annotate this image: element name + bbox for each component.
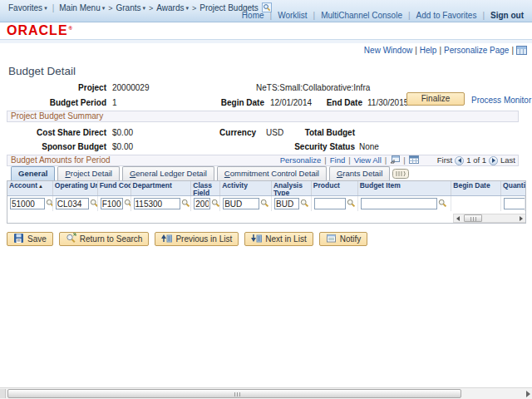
grid-data-row	[7, 196, 525, 211]
page-scroll-thumb[interactable]	[7, 389, 461, 398]
next-in-list-label: Next in List	[265, 234, 306, 244]
product-lookup-icon[interactable]	[347, 199, 356, 209]
column-header-class-field[interactable]: Class Field	[191, 181, 220, 195]
column-header-department[interactable]: Department	[131, 181, 192, 195]
department-input[interactable]	[134, 198, 180, 209]
grid-scroll-left-icon[interactable]	[454, 214, 462, 222]
return-to-search-button[interactable]: Return to Search	[59, 232, 150, 246]
breadcrumb-awards[interactable]: Awards	[156, 3, 189, 12]
operating-unit-lookup-icon[interactable]	[90, 199, 98, 209]
pager-first-icon[interactable]	[455, 156, 464, 165]
security-status-value: None	[359, 142, 379, 151]
column-header-operating-unit[interactable]: Operating Unit	[53, 181, 98, 195]
product-input[interactable]	[314, 198, 346, 209]
analysis-type-input[interactable]	[274, 198, 299, 209]
class-field-cell	[191, 196, 220, 211]
show-all-tabs-icon[interactable]	[392, 169, 409, 180]
tab-general-ledger-detail[interactable]: General Ledger Detail	[122, 166, 214, 180]
top-banner: FavoritesMain MenuGrantsAwardsProject Bu…	[0, 0, 532, 22]
grid-bar-divider: |	[403, 155, 405, 165]
end-date-value: 11/30/2015	[367, 98, 408, 107]
tab-commitment-control-detail[interactable]: Commitment Control Detail	[217, 166, 327, 180]
main-menu[interactable]: Main Menu	[59, 3, 105, 12]
home-link[interactable]: Home	[242, 11, 264, 20]
save-label: Save	[27, 234, 47, 244]
project-id-value: 20000029	[112, 83, 150, 92]
save-button[interactable]: Save	[7, 232, 53, 246]
tab-general[interactable]: General	[11, 166, 55, 180]
previous-in-list-icon	[161, 233, 172, 245]
view-all-link[interactable]: View All	[354, 155, 382, 165]
column-header-fund-code[interactable]: Fund Code	[98, 181, 131, 195]
sponsor-budget-label: Sponsor Budget	[23, 142, 106, 151]
breadcrumb-separator	[149, 3, 153, 12]
new-window-link[interactable]: New Window	[364, 46, 412, 55]
finalize-button[interactable]: Finalize	[406, 92, 465, 106]
quantity-input[interactable]	[504, 198, 525, 209]
budget-item-input[interactable]	[361, 198, 437, 209]
begin-date-label: Begin Date	[200, 98, 264, 107]
column-header-account[interactable]: Account	[7, 181, 53, 195]
column-header-begin-date[interactable]: Begin Date	[451, 181, 501, 195]
personalize-page-link[interactable]: Personalize Page	[444, 46, 509, 55]
personalize-layout-icon[interactable]	[516, 47, 527, 57]
grid-bar-divider: |	[348, 155, 350, 165]
end-date-label: End Date	[293, 98, 362, 107]
column-header-activity[interactable]: Activity	[220, 181, 272, 195]
notify-label: Notify	[340, 234, 362, 244]
tab-grants-detail[interactable]: Grants Detail	[329, 166, 390, 180]
grid-action-bar: Personalize|Find|View All|| First 1 of 1…	[280, 155, 515, 165]
column-header-quantity[interactable]: Quantity	[501, 181, 525, 195]
activity-input[interactable]	[223, 198, 259, 209]
multichannel-console-link[interactable]: MultiChannel Console	[321, 11, 402, 20]
utility-divider: |	[482, 11, 485, 20]
tab-project-detail[interactable]: Project Detail	[57, 166, 120, 180]
security-status-label: Security Status	[268, 142, 355, 151]
operating-unit-input[interactable]	[56, 198, 89, 209]
pager-last-icon[interactable]	[489, 156, 498, 165]
account-input[interactable]	[10, 198, 45, 209]
help-link[interactable]: Help	[420, 46, 437, 55]
previous-in-list-button[interactable]: Previous in List	[155, 232, 239, 246]
sign-out-link[interactable]: Sign out	[490, 11, 524, 20]
pager-last-label: Last	[500, 155, 515, 165]
grid-scroll-right-icon[interactable]	[517, 214, 525, 222]
column-header-budget-item[interactable]: Budget Item	[358, 181, 452, 195]
page-horizontal-scrollbar[interactable]	[0, 387, 532, 399]
oracle-logo: ORACLE	[7, 23, 73, 38]
grid-horizontal-scrollbar[interactable]	[453, 214, 526, 223]
cost-share-direct-value: $0.00	[112, 128, 133, 137]
worklist-link[interactable]: Worklist	[278, 11, 307, 20]
breadcrumb-grants[interactable]: Grants	[116, 3, 146, 12]
grid-header-row: Account Operating Unit Fund Code Departm…	[7, 181, 525, 196]
page-links-divider: |	[415, 46, 417, 55]
column-header-analysis-type[interactable]: Analysis Type	[272, 181, 312, 195]
analysis-type-lookup-icon[interactable]	[300, 199, 309, 209]
process-monitor-link[interactable]: Process Monitor	[471, 96, 531, 105]
class-field-input[interactable]	[194, 198, 210, 209]
personalize-link[interactable]: Personalize	[280, 155, 322, 165]
previous-in-list-label: Previous in List	[175, 234, 232, 244]
class-field-lookup-icon[interactable]	[211, 199, 220, 209]
add-to-favorites-link[interactable]: Add to Favorites	[416, 11, 477, 20]
notify-button[interactable]: Notify	[319, 232, 368, 246]
budget-item-lookup-icon[interactable]	[438, 199, 447, 209]
find-link[interactable]: Find	[330, 155, 345, 165]
department-lookup-icon[interactable]	[181, 199, 190, 209]
column-header-account-label[interactable]: Account	[9, 181, 43, 190]
column-header-product[interactable]: Product	[312, 181, 358, 195]
fund-code-lookup-icon[interactable]	[124, 199, 131, 209]
analysis-type-cell	[272, 196, 312, 211]
content-top-strip	[0, 39, 532, 43]
product-cell	[312, 196, 358, 211]
page-scroll-right-icon[interactable]	[526, 391, 530, 397]
account-lookup-icon[interactable]	[46, 199, 53, 209]
grid-scroll-thumb[interactable]	[464, 214, 482, 222]
zoom-popup-icon[interactable]	[390, 155, 400, 166]
download-grid-icon[interactable]	[409, 155, 419, 166]
favorites-menu[interactable]: Favorites	[8, 3, 47, 12]
activity-lookup-icon[interactable]	[260, 199, 269, 209]
begin-date-cell	[451, 196, 501, 211]
next-in-list-button[interactable]: Next in List	[244, 232, 313, 246]
fund-code-input[interactable]	[101, 198, 123, 209]
